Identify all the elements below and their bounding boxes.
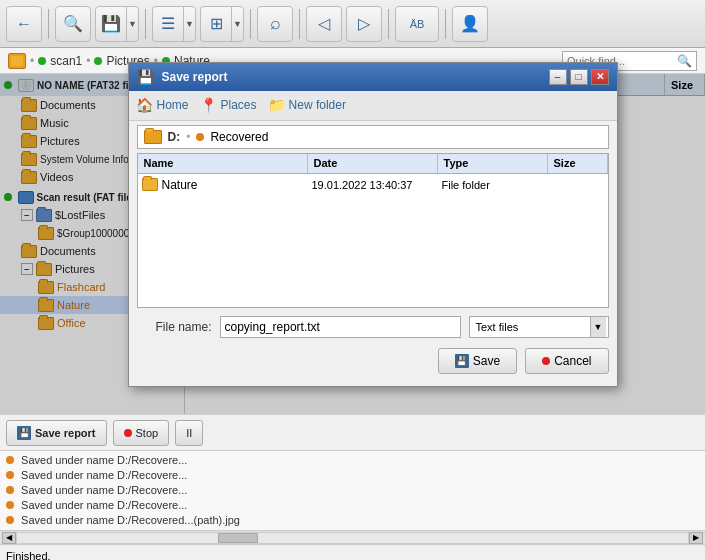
log-line-3: Saved under name D:/Recovere...	[6, 483, 699, 498]
save-report-button[interactable]: 💾 Save report	[6, 420, 107, 446]
modal-col-date[interactable]: Date	[308, 154, 438, 173]
separator4	[299, 9, 300, 39]
log-link-6[interactable]: with no errors.	[250, 529, 320, 530]
file-row-icon	[142, 178, 158, 191]
status-bar: 💾 Save report Stop II	[0, 414, 705, 450]
save-button-split[interactable]: 💾 ▼	[95, 6, 139, 42]
save-button-main[interactable]: 💾	[96, 6, 126, 42]
log-text-3: Saved under name D:/Recovere...	[21, 484, 187, 496]
horizontal-scrollbar: ◀ ▶	[0, 530, 705, 544]
save-icon: 💾	[455, 354, 469, 368]
list-button-main[interactable]: ☰	[153, 6, 183, 42]
modal-file-row[interactable]: Nature 19.01.2022 13:40:37 File folder	[138, 174, 608, 196]
list-button-arrow[interactable]: ▼	[183, 6, 195, 42]
log-text-5: Saved under name D:/Recovered...(path).j…	[21, 514, 240, 526]
grid-button-arrow[interactable]: ▼	[231, 6, 243, 42]
pause-label: II	[186, 427, 192, 439]
modal-col-type[interactable]: Type	[438, 154, 548, 173]
modal-overlay: 💾 Save report – □ ✕ 🏠 Home 📍 Places	[0, 74, 705, 414]
modal-breadcrumb: D: • Recovered	[137, 125, 609, 149]
log-dot-2	[6, 471, 14, 479]
cancel-dialog-button[interactable]: Cancel	[525, 348, 608, 374]
stop-label: Stop	[136, 427, 159, 439]
places-icon: 📍	[201, 97, 217, 113]
modal-col-header: Name Date Type Size	[138, 154, 608, 174]
back-button[interactable]: ←	[6, 6, 42, 42]
modal-toolbar: 🏠 Home 📍 Places 📁 New folder	[129, 91, 617, 121]
prev-button[interactable]: ◁	[306, 6, 342, 42]
breadcrumb-dot-2	[94, 57, 102, 65]
places-label: Places	[221, 98, 257, 112]
toolbar: ← 🔍 💾 ▼ ☰ ▼ ⊞ ▼ ⌕ ◁ ▷ ÄB 👤	[0, 0, 705, 48]
log-line-5: Saved under name D:/Recovered...(path).j…	[6, 513, 699, 528]
filetype-select[interactable]: Text files ▼	[469, 316, 609, 338]
modal-col-name[interactable]: Name	[138, 154, 308, 173]
next-button[interactable]: ▷	[346, 6, 382, 42]
save-report-dialog: 💾 Save report – □ ✕ 🏠 Home 📍 Places	[128, 62, 618, 387]
modal-col-size[interactable]: Size	[548, 154, 608, 173]
profile-button[interactable]: 👤	[452, 6, 488, 42]
list-button-split[interactable]: ☰ ▼	[152, 6, 196, 42]
log-dot-3	[6, 486, 14, 494]
finished-bar: Finished.	[0, 544, 705, 560]
places-button[interactable]: 📍 Places	[201, 97, 257, 113]
modal-action-row: 💾 Save Cancel	[137, 344, 609, 378]
select-arrow-icon[interactable]: ▼	[590, 317, 606, 337]
modal-breadcrumb-icon	[144, 130, 162, 144]
cancel-icon	[542, 357, 550, 365]
file-row-date: 19.01.2022 13:40:37	[312, 179, 442, 191]
log-text-4: Saved under name D:/Recovere...	[21, 499, 187, 511]
modal-file-area: Name Date Type Size Nature 19.01.2022 13…	[137, 153, 609, 308]
separator3	[250, 9, 251, 39]
grid-button-split[interactable]: ⊞ ▼	[200, 6, 244, 42]
file-row-type: File folder	[442, 179, 552, 191]
scroll-left-button[interactable]: ◀	[2, 532, 16, 544]
modal-drive: D:	[168, 130, 181, 144]
file-row-name: Nature	[162, 178, 198, 192]
breadcrumb-dot-1	[38, 57, 46, 65]
log-dot-5	[6, 516, 14, 524]
modal-breadcrumb-dot	[196, 133, 204, 141]
modal-bottom: File name: Text files ▼ 💾 Save Cancel	[129, 308, 617, 386]
home-button[interactable]: 🏠 Home	[137, 97, 189, 113]
minimize-button[interactable]: –	[549, 69, 567, 85]
text-button[interactable]: ÄB	[395, 6, 439, 42]
modal-folder: Recovered	[210, 130, 268, 144]
filetype-value: Text files	[472, 321, 519, 333]
quick-find-icon[interactable]: 🔍	[677, 54, 692, 68]
new-folder-icon: 📁	[269, 97, 285, 113]
new-folder-button[interactable]: 📁 New folder	[269, 97, 346, 113]
log-area: Saved under name D:/Recovere... Saved un…	[0, 450, 705, 530]
save-report-icon: 💾	[17, 426, 31, 440]
modal-titlebar: 💾 Save report – □ ✕	[129, 63, 617, 91]
filename-label: File name:	[137, 320, 212, 334]
breadcrumb-sep1: •	[30, 54, 34, 68]
new-folder-label: New folder	[289, 98, 346, 112]
log-dot-1	[6, 456, 14, 464]
separator	[48, 9, 49, 39]
cancel-dialog-label: Cancel	[554, 354, 591, 368]
save-button-arrow[interactable]: ▼	[126, 6, 138, 42]
pause-button[interactable]: II	[175, 420, 203, 446]
separator5	[388, 9, 389, 39]
binoculars-button[interactable]: ⌕	[257, 6, 293, 42]
scroll-track[interactable]	[16, 532, 689, 544]
log-line-1: Saved under name D:/Recovere...	[6, 453, 699, 468]
log-line-2: Saved under name D:/Recovere...	[6, 468, 699, 483]
filename-row: File name: Text files ▼	[137, 316, 609, 338]
separator6	[445, 9, 446, 39]
log-text-1: Saved under name D:/Recovere...	[21, 454, 187, 466]
close-button[interactable]: ✕	[591, 69, 609, 85]
scroll-right-button[interactable]: ▶	[689, 532, 703, 544]
finished-label: Finished.	[6, 550, 51, 561]
search-button[interactable]: 🔍	[55, 6, 91, 42]
save-dialog-label: Save	[473, 354, 500, 368]
maximize-button[interactable]: □	[570, 69, 588, 85]
save-dialog-button[interactable]: 💾 Save	[438, 348, 517, 374]
scroll-thumb[interactable]	[218, 533, 258, 543]
filename-input[interactable]	[220, 316, 461, 338]
log-dot-4	[6, 501, 14, 509]
stop-button[interactable]: Stop	[113, 420, 170, 446]
grid-button-main[interactable]: ⊞	[201, 6, 231, 42]
breadcrumb-item-1[interactable]: scan1	[50, 54, 82, 68]
